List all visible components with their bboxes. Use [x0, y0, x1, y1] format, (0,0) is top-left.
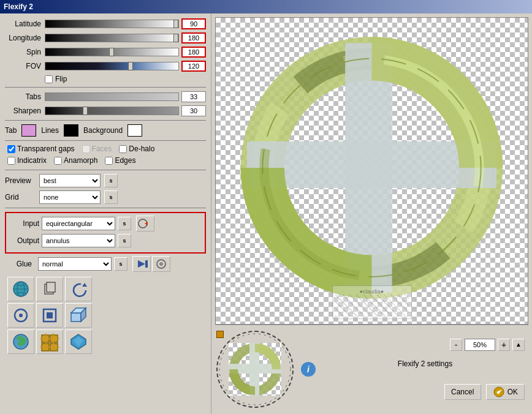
flip-checkbox[interactable] — [45, 75, 53, 83]
spin-input[interactable]: 180 — [181, 47, 206, 58]
flip-label: Flip — [55, 75, 67, 83]
diamond-tool-btn[interactable] — [65, 329, 92, 354]
bg-color-btn[interactable] — [127, 124, 142, 137]
sharpen-label: Sharpen — [5, 107, 45, 115]
earth-tool-btn[interactable] — [7, 329, 34, 354]
square-tool-btn[interactable] — [36, 303, 63, 328]
svg-rect-3 — [145, 260, 148, 268]
transparent-gaps-label: Transparent gaps — [7, 145, 75, 153]
indicatrix-label: Indicatrix — [7, 156, 47, 165]
tab-color-btn[interactable] — [21, 124, 36, 137]
output-reset-btn[interactable]: s — [118, 234, 131, 247]
latitude-input[interactable]: 90 — [181, 18, 206, 29]
anamorph-checkbox[interactable] — [54, 157, 62, 165]
longitude-slider[interactable] — [45, 34, 179, 42]
indicatrix-checkbox[interactable] — [7, 157, 15, 165]
output-select[interactable]: annulus sphere cylindrical — [42, 234, 115, 247]
left-panel: Latitude 90 Longitude 180 Spin 180 — [0, 13, 211, 414]
torus-render — [216, 18, 528, 324]
info-section: i — [297, 362, 319, 377]
preview-canvas: ●claudia● — [215, 17, 528, 325]
window-title: Flexify 2 — [4, 2, 33, 11]
flip-row: Flip — [45, 75, 206, 83]
io-section: Input equirectangular cylindrical mercat… — [5, 212, 206, 254]
cancel-btn[interactable]: Cancel — [444, 384, 481, 400]
lines-color-btn[interactable] — [64, 124, 78, 137]
zoom-minus-btn[interactable]: - — [450, 339, 462, 351]
latitude-slider[interactable] — [45, 20, 179, 28]
preview-row: Preview best fast draft s — [5, 174, 206, 187]
tab-color-label: Tab — [5, 126, 17, 135]
ok-icon — [493, 386, 505, 397]
checkbox-row2: Indicatrix Anamorph Edges — [7, 156, 206, 165]
input-row: Input equirectangular cylindrical mercat… — [9, 216, 202, 231]
tool-grid — [5, 274, 206, 356]
svg-rect-16 — [71, 313, 81, 322]
zoom-plus-btn[interactable]: + — [498, 339, 510, 351]
corner-square — [216, 331, 224, 338]
svg-marker-1 — [145, 222, 148, 225]
zoom-row: - 50% + ▲ — [450, 339, 525, 351]
anamorph-label: Anamorph — [54, 156, 97, 165]
input-label: Input — [9, 219, 39, 228]
spin-row: Spin 180 — [5, 47, 206, 58]
output-row: Output annulus sphere cylindrical s — [9, 234, 202, 247]
info-icon[interactable]: i — [301, 362, 316, 377]
ok-btn[interactable]: OK — [486, 384, 525, 400]
preview-select[interactable]: best fast draft — [39, 174, 101, 187]
faces-label: Faces — [82, 145, 112, 153]
tabs-row: Tabs 33 — [5, 91, 206, 102]
circle-tool-btn[interactable] — [7, 303, 34, 328]
grid-reset-btn[interactable]: s — [104, 190, 118, 204]
glue-reset-btn[interactable]: s — [114, 257, 127, 271]
tabs-input[interactable]: 33 — [181, 91, 206, 102]
thumbnail-image[interactable] — [229, 343, 281, 396]
glue-select[interactable]: normal overlap none — [38, 257, 112, 271]
globe-tool-btn[interactable] — [7, 277, 34, 301]
svg-marker-2 — [138, 260, 145, 268]
sharpen-slider[interactable] — [45, 107, 179, 115]
glue-row: Glue normal overlap none s — [5, 256, 206, 272]
cube-tool-btn[interactable] — [65, 303, 92, 328]
glue-stop-btn[interactable] — [152, 256, 170, 272]
grid-select[interactable]: none standard custom — [39, 190, 101, 204]
svg-point-5 — [159, 262, 163, 266]
grid-label: Grid — [5, 193, 36, 201]
glue-play-btn[interactable] — [132, 256, 151, 272]
latitude-label: Latitude — [5, 20, 45, 28]
crosshair-tool-btn[interactable] — [36, 329, 63, 354]
right-panel: ●claudia● — [211, 13, 532, 414]
sharpen-input[interactable]: 30 — [181, 105, 206, 116]
transparent-gaps-checkbox[interactable] — [7, 145, 15, 153]
preview-label: Preview — [5, 176, 36, 185]
copy-tool-btn[interactable] — [36, 277, 63, 301]
zoom-display: 50% — [465, 339, 495, 351]
input-play-btn[interactable] — [136, 216, 154, 231]
input-reset-btn[interactable]: s — [118, 217, 131, 230]
fov-row: FOV 120 — [5, 61, 206, 72]
output-label: Output — [9, 236, 39, 245]
grid-row: Grid none standard custom s — [5, 190, 206, 204]
fov-input[interactable]: 120 — [181, 61, 206, 72]
edges-checkbox[interactable] — [105, 157, 113, 165]
svg-point-13 — [19, 314, 23, 317]
longitude-label: Longitude — [5, 34, 45, 42]
thumbnail-container — [215, 329, 295, 409]
longitude-input[interactable]: 180 — [181, 32, 206, 43]
rotate-tool-btn[interactable] — [65, 277, 92, 301]
tabs-slider[interactable] — [45, 92, 179, 101]
checkbox-row1: Transparent gaps Faces De-halo — [7, 145, 206, 153]
latitude-row: Latitude 90 — [5, 18, 206, 29]
settings-label: Flexify 2 settings — [398, 359, 452, 368]
faces-checkbox[interactable] — [82, 145, 90, 153]
input-select[interactable]: equirectangular cylindrical mercator — [42, 217, 115, 230]
spin-slider[interactable] — [45, 48, 179, 56]
de-halo-checkbox[interactable] — [119, 145, 127, 153]
lines-color-label: Lines — [41, 126, 59, 135]
glue-label: Glue — [5, 260, 36, 268]
edges-label: Edges — [105, 156, 135, 165]
preview-reset-btn[interactable]: s — [104, 174, 118, 187]
scroll-up-btn[interactable]: ▲ — [512, 339, 525, 351]
dialog-buttons: Cancel OK — [444, 372, 525, 400]
fov-slider[interactable] — [45, 62, 179, 70]
